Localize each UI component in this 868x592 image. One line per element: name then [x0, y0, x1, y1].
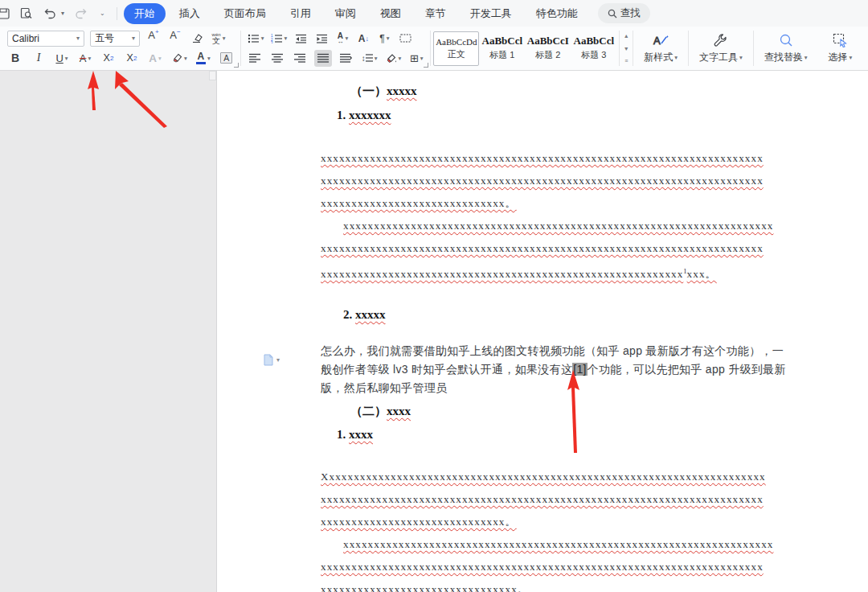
character-scaling-button[interactable]: A ↔ ▾ [334, 30, 350, 47]
tab-references[interactable]: 引用 [280, 3, 321, 24]
italic-button[interactable]: I [31, 50, 47, 67]
gallery-scroll-up-icon[interactable]: ▲ [622, 31, 630, 41]
align-right-icon[interactable] [292, 50, 308, 67]
workspace: （一）xxxxx 1. xxxxxxx xxxxxxxxxxxxxxxxxxxx… [0, 71, 868, 592]
heading-sub-1: 1. xxxxxxx [337, 109, 781, 122]
line-spacing-button[interactable]: ↕ ▾ [361, 50, 379, 67]
bold-button[interactable]: B [7, 50, 23, 67]
save-icon[interactable] [0, 6, 10, 21]
page-icon [263, 354, 274, 366]
undo-icon[interactable] [43, 6, 57, 21]
gallery-scroll-down-icon[interactable]: ▼ [622, 43, 630, 54]
gallery-more-icon[interactable]: ≡ [622, 56, 630, 66]
bullet-list-button[interactable]: ▾ [247, 30, 265, 47]
wrench-icon [713, 33, 728, 47]
svg-text:3: 3 [271, 40, 273, 43]
line-spacing-icon [366, 53, 373, 63]
redo-icon[interactable] [73, 6, 88, 21]
numbered-list-icon: 123 [271, 34, 283, 43]
paragraph-chinese: 怎么办，我们就需要借助知乎上线的图文转视频功能（知乎 app 最新版才有这个功能… [321, 342, 781, 397]
show-paragraph-marks-button[interactable]: ¶ ▾ [376, 30, 392, 47]
tab-home[interactable]: 开始 [124, 3, 166, 24]
highlighted-footnote-marker[interactable]: [1] [572, 363, 587, 376]
widget-dropdown-caret[interactable]: ▾ [276, 356, 280, 364]
character-shading-button[interactable]: A [219, 50, 235, 67]
paragraph-4: xxxxxxxxxxxxxxxxxxxxxxxxxxxxxxxxxxxxxxxx… [321, 533, 781, 592]
tab-developer[interactable]: 开发工具 [460, 3, 522, 24]
borders-button[interactable]: ⊞ ▾ [408, 50, 424, 67]
style-heading-1[interactable]: AaBbCcl 标题 1 [479, 31, 525, 66]
tab-stops-icon[interactable] [397, 30, 413, 47]
paragraph-format-widget[interactable]: ▾ [263, 354, 280, 366]
tab-page-layout[interactable]: 页面布局 [214, 3, 276, 24]
undo-dropdown-caret[interactable]: ▾ [61, 10, 64, 17]
decrease-font-size-button[interactable]: A− [167, 30, 183, 47]
heading-section-2: （二）xxxx [350, 405, 781, 418]
font-size-value: 五号 [95, 31, 114, 45]
navigation-pane-scroll[interactable] [209, 71, 216, 80]
print-preview-icon[interactable] [19, 6, 34, 21]
paragraph-group: ▾ 123 ▾ A ↔ ▾ A ↓ [241, 27, 431, 70]
paragraph-dialog-launcher[interactable] [424, 63, 428, 68]
paragraph-1: xxxxxxxxxxxxxxxxxxxxxxxxxxxxxxxxxxxxxxxx… [321, 147, 781, 215]
increase-font-size-button[interactable]: A+ [145, 30, 162, 47]
customize-quick-access-icon[interactable]: ⌄ [100, 10, 105, 17]
styles-gallery: AaBbCcDd 正文 AaBbCcl 标题 1 AaBbCcI 标题 2 Aa… [431, 27, 633, 70]
navigation-pane[interactable] [0, 71, 217, 592]
subscript-button[interactable]: X2 [124, 50, 140, 67]
ribbon-toolbar: Calibri▾ 五号▾ A+ A− wén文 ▾ B I U▾ [0, 27, 868, 71]
tools-group: A 新样式▾ 文字工具▾ 查找替换▾ 选择▾ [633, 27, 862, 70]
numbered-list-button[interactable]: 123 ▾ [270, 30, 289, 47]
font-name-combobox[interactable]: Calibri▾ [7, 31, 84, 47]
text-direction-button[interactable]: A ↓ [355, 30, 371, 47]
paragraph-2: xxxxxxxxxxxxxxxxxxxxxxxxxxxxxxxxxxxxxxxx… [321, 215, 781, 286]
document-page[interactable]: （一）xxxxx 1. xxxxxxx xxxxxxxxxxxxxxxxxxxx… [217, 71, 868, 592]
tab-review[interactable]: 审阅 [325, 3, 366, 24]
tab-view[interactable]: 视图 [370, 3, 411, 24]
font-dialog-launcher[interactable] [234, 63, 239, 68]
find-label: 查找 [620, 6, 641, 20]
heading-sub-2: 2. xxxxx [343, 308, 781, 322]
highlight-color-button[interactable]: ▾ [170, 50, 188, 67]
font-size-combobox[interactable]: 五号▾ [90, 31, 140, 47]
distribute-text-icon[interactable] [338, 50, 354, 67]
new-style-icon: A [653, 33, 669, 47]
font-group: Calibri▾ 五号▾ A+ A− wén文 ▾ B I U▾ [0, 27, 240, 70]
bullet-list-icon [248, 34, 260, 43]
search-icon [608, 9, 617, 18]
phonetic-guide-button[interactable]: wén文 ▾ [211, 30, 227, 47]
align-left-icon[interactable] [247, 50, 263, 67]
font-color-button[interactable]: A ▾ [195, 50, 211, 67]
tab-insert[interactable]: 插入 [169, 3, 211, 24]
heading-sub-3: 1. xxxx [337, 428, 781, 442]
clear-format-icon[interactable] [189, 30, 205, 47]
find-replace-icon [779, 33, 793, 47]
quick-access-toolbar: ▾ ⌄ [3, 6, 105, 21]
superscript-button[interactable]: X2 [100, 50, 117, 67]
text-effects-button[interactable]: A▾ [147, 50, 163, 67]
increase-indent-icon[interactable] [313, 30, 330, 47]
align-center-icon[interactable] [269, 50, 285, 67]
decrease-indent-icon[interactable] [293, 30, 309, 47]
tab-special-features[interactable]: 特色功能 [526, 3, 588, 24]
justify-icon[interactable] [314, 50, 332, 67]
new-style-button[interactable]: A 新样式▾ [633, 27, 688, 70]
select-button[interactable]: 选择▾ [818, 27, 863, 70]
font-name-value: Calibri [12, 33, 39, 44]
styles-gallery-scroll: ▲ ▼ ≡ [619, 31, 630, 66]
shading-color-button[interactable]: ▾ [385, 50, 403, 67]
style-heading-3[interactable]: AaBbCcl 标题 3 [571, 31, 616, 66]
find-button[interactable]: 查找 [598, 3, 650, 23]
shading-bucket-icon [386, 53, 397, 64]
text-tools-button[interactable]: 文字工具▾ [689, 27, 753, 70]
menu-bar: ▾ ⌄ 开始 插入 页面布局 引用 审阅 视图 章节 开发工具 特色功能 查找 [0, 0, 868, 27]
strikethrough-button[interactable]: A▾ [77, 50, 93, 67]
highlighter-icon [171, 53, 182, 64]
tab-section[interactable]: 章节 [415, 3, 457, 24]
underline-button[interactable]: U▾ [54, 50, 70, 67]
style-heading-2[interactable]: AaBbCcI 标题 2 [525, 31, 571, 66]
paragraph-3: Xxxxxxxxxxxxxxxxxxxxxxxxxxxxxxxxxxxxxxxx… [321, 466, 781, 533]
menu-separator [117, 7, 117, 20]
style-normal[interactable]: AaBbCcDd 正文 [433, 31, 479, 66]
find-replace-button[interactable]: 查找替换▾ [754, 27, 818, 70]
